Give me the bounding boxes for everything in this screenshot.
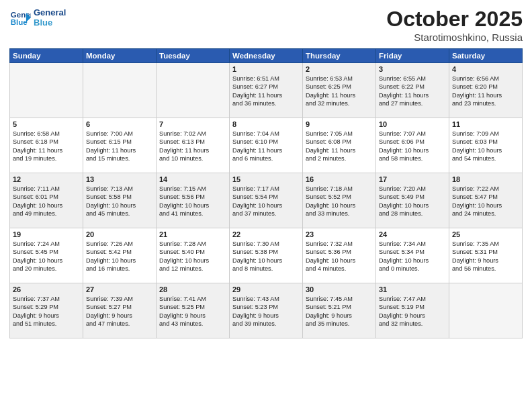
calendar-header-row: SundayMondayTuesdayWednesdayThursdayFrid… bbox=[10, 49, 523, 63]
day-info: Sunrise: 7:24 AMSunset: 5:45 PMDaylight:… bbox=[13, 240, 80, 273]
day-info: Sunrise: 7:45 AMSunset: 5:21 PMDaylight:… bbox=[306, 295, 373, 328]
logo-general: General bbox=[34, 7, 66, 17]
day-info: Sunrise: 7:47 AMSunset: 5:19 PMDaylight:… bbox=[379, 295, 446, 328]
weekday-header: Monday bbox=[83, 49, 157, 63]
day-number: 14 bbox=[159, 175, 226, 183]
day-number: 30 bbox=[306, 285, 373, 293]
day-number: 19 bbox=[13, 230, 80, 238]
calendar-cell: 25Sunrise: 7:35 AMSunset: 5:31 PMDayligh… bbox=[449, 228, 523, 283]
header: General Blue General Blue October 2025 S… bbox=[9, 7, 523, 43]
calendar-cell: 1Sunrise: 6:51 AMSunset: 6:27 PMDaylight… bbox=[230, 63, 303, 118]
day-info: Sunrise: 7:15 AMSunset: 5:56 PMDaylight:… bbox=[159, 185, 226, 218]
day-info: Sunrise: 7:34 AMSunset: 5:34 PMDaylight:… bbox=[379, 240, 446, 273]
day-number: 11 bbox=[452, 120, 519, 128]
day-number: 20 bbox=[86, 230, 153, 238]
calendar-cell: 4Sunrise: 6:56 AMSunset: 6:20 PMDaylight… bbox=[449, 63, 523, 118]
calendar-cell bbox=[157, 63, 230, 118]
day-number: 9 bbox=[306, 120, 373, 128]
day-info: Sunrise: 7:35 AMSunset: 5:31 PMDaylight:… bbox=[452, 240, 519, 273]
calendar-cell: 16Sunrise: 7:18 AMSunset: 5:52 PMDayligh… bbox=[303, 173, 376, 228]
day-info: Sunrise: 7:18 AMSunset: 5:52 PMDaylight:… bbox=[306, 185, 373, 218]
calendar-cell: 19Sunrise: 7:24 AMSunset: 5:45 PMDayligh… bbox=[10, 228, 83, 283]
weekday-header: Saturday bbox=[449, 49, 523, 63]
day-number: 29 bbox=[232, 285, 300, 293]
calendar-cell: 14Sunrise: 7:15 AMSunset: 5:56 PMDayligh… bbox=[157, 173, 230, 228]
day-number: 17 bbox=[379, 175, 446, 183]
day-number: 26 bbox=[13, 285, 80, 293]
calendar-cell: 9Sunrise: 7:05 AMSunset: 6:08 PMDaylight… bbox=[303, 118, 376, 173]
day-number: 1 bbox=[232, 65, 300, 73]
calendar-cell: 18Sunrise: 7:22 AMSunset: 5:47 PMDayligh… bbox=[449, 173, 523, 228]
calendar-week-row: 1Sunrise: 6:51 AMSunset: 6:27 PMDaylight… bbox=[10, 63, 523, 118]
calendar-week-row: 19Sunrise: 7:24 AMSunset: 5:45 PMDayligh… bbox=[10, 228, 523, 283]
calendar-cell: 27Sunrise: 7:39 AMSunset: 5:27 PMDayligh… bbox=[83, 283, 157, 338]
day-number: 13 bbox=[86, 175, 153, 183]
day-number: 31 bbox=[379, 285, 446, 293]
calendar-week-row: 5Sunrise: 6:58 AMSunset: 6:18 PMDaylight… bbox=[10, 118, 523, 173]
day-info: Sunrise: 7:02 AMSunset: 6:13 PMDaylight:… bbox=[159, 130, 226, 163]
calendar-cell: 2Sunrise: 6:53 AMSunset: 6:25 PMDaylight… bbox=[303, 63, 376, 118]
calendar-cell: 17Sunrise: 7:20 AMSunset: 5:49 PMDayligh… bbox=[376, 173, 449, 228]
calendar-week-row: 12Sunrise: 7:11 AMSunset: 6:01 PMDayligh… bbox=[10, 173, 523, 228]
day-info: Sunrise: 7:37 AMSunset: 5:29 PMDaylight:… bbox=[13, 295, 80, 328]
calendar-cell: 28Sunrise: 7:41 AMSunset: 5:25 PMDayligh… bbox=[157, 283, 230, 338]
calendar-cell: 31Sunrise: 7:47 AMSunset: 5:19 PMDayligh… bbox=[376, 283, 449, 338]
day-info: Sunrise: 7:32 AMSunset: 5:36 PMDaylight:… bbox=[306, 240, 373, 273]
calendar-cell: 7Sunrise: 7:02 AMSunset: 6:13 PMDaylight… bbox=[157, 118, 230, 173]
calendar-table: SundayMondayTuesdayWednesdayThursdayFrid… bbox=[9, 48, 523, 338]
calendar-cell bbox=[10, 63, 83, 118]
day-number: 16 bbox=[306, 175, 373, 183]
day-number: 18 bbox=[452, 175, 519, 183]
day-number: 24 bbox=[379, 230, 446, 238]
svg-text:Blue: Blue bbox=[11, 18, 28, 26]
day-info: Sunrise: 7:13 AMSunset: 5:58 PMDaylight:… bbox=[86, 185, 153, 218]
calendar-cell: 5Sunrise: 6:58 AMSunset: 6:18 PMDaylight… bbox=[10, 118, 83, 173]
day-info: Sunrise: 7:26 AMSunset: 5:42 PMDaylight:… bbox=[86, 240, 153, 273]
logo: General Blue General Blue bbox=[9, 7, 66, 28]
weekday-header: Wednesday bbox=[230, 49, 303, 63]
day-info: Sunrise: 6:58 AMSunset: 6:18 PMDaylight:… bbox=[13, 130, 80, 163]
day-info: Sunrise: 7:17 AMSunset: 5:54 PMDaylight:… bbox=[232, 185, 300, 218]
day-info: Sunrise: 7:07 AMSunset: 6:06 PMDaylight:… bbox=[379, 130, 446, 163]
calendar-cell: 12Sunrise: 7:11 AMSunset: 6:01 PMDayligh… bbox=[10, 173, 83, 228]
day-number: 4 bbox=[452, 65, 519, 73]
day-number: 28 bbox=[159, 285, 226, 293]
logo-icon: General Blue bbox=[9, 7, 31, 28]
day-info: Sunrise: 7:22 AMSunset: 5:47 PMDaylight:… bbox=[452, 185, 519, 218]
weekday-header: Tuesday bbox=[157, 49, 230, 63]
day-info: Sunrise: 7:43 AMSunset: 5:23 PMDaylight:… bbox=[232, 295, 300, 328]
day-number: 10 bbox=[379, 120, 446, 128]
calendar-cell: 6Sunrise: 7:00 AMSunset: 6:15 PMDaylight… bbox=[83, 118, 157, 173]
day-info: Sunrise: 6:55 AMSunset: 6:22 PMDaylight:… bbox=[379, 75, 446, 108]
day-number: 7 bbox=[159, 120, 226, 128]
calendar-cell: 20Sunrise: 7:26 AMSunset: 5:42 PMDayligh… bbox=[83, 228, 157, 283]
weekday-header: Sunday bbox=[10, 49, 83, 63]
day-number: 21 bbox=[159, 230, 226, 238]
weekday-header: Thursday bbox=[303, 49, 376, 63]
day-number: 15 bbox=[232, 175, 300, 183]
calendar-cell: 3Sunrise: 6:55 AMSunset: 6:22 PMDaylight… bbox=[376, 63, 449, 118]
day-number: 22 bbox=[232, 230, 300, 238]
day-info: Sunrise: 6:51 AMSunset: 6:27 PMDaylight:… bbox=[232, 75, 300, 108]
day-number: 25 bbox=[452, 230, 519, 238]
day-number: 2 bbox=[306, 65, 373, 73]
day-number: 23 bbox=[306, 230, 373, 238]
day-info: Sunrise: 7:09 AMSunset: 6:03 PMDaylight:… bbox=[452, 130, 519, 163]
day-number: 5 bbox=[13, 120, 80, 128]
calendar-week-row: 26Sunrise: 7:37 AMSunset: 5:29 PMDayligh… bbox=[10, 283, 523, 338]
calendar-cell: 11Sunrise: 7:09 AMSunset: 6:03 PMDayligh… bbox=[449, 118, 523, 173]
calendar-cell: 30Sunrise: 7:45 AMSunset: 5:21 PMDayligh… bbox=[303, 283, 376, 338]
day-info: Sunrise: 7:20 AMSunset: 5:49 PMDaylight:… bbox=[379, 185, 446, 218]
day-number: 6 bbox=[86, 120, 153, 128]
day-info: Sunrise: 7:39 AMSunset: 5:27 PMDaylight:… bbox=[86, 295, 153, 328]
calendar-cell: 24Sunrise: 7:34 AMSunset: 5:34 PMDayligh… bbox=[376, 228, 449, 283]
day-number: 12 bbox=[13, 175, 80, 183]
day-number: 3 bbox=[379, 65, 446, 73]
location: Starotimoshkino, Russia bbox=[386, 32, 523, 43]
day-info: Sunrise: 7:00 AMSunset: 6:15 PMDaylight:… bbox=[86, 130, 153, 163]
page: General Blue General Blue October 2025 S… bbox=[0, 0, 532, 411]
calendar-cell: 23Sunrise: 7:32 AMSunset: 5:36 PMDayligh… bbox=[303, 228, 376, 283]
day-info: Sunrise: 7:28 AMSunset: 5:40 PMDaylight:… bbox=[159, 240, 226, 273]
weekday-header: Friday bbox=[376, 49, 449, 63]
calendar-cell: 8Sunrise: 7:04 AMSunset: 6:10 PMDaylight… bbox=[230, 118, 303, 173]
